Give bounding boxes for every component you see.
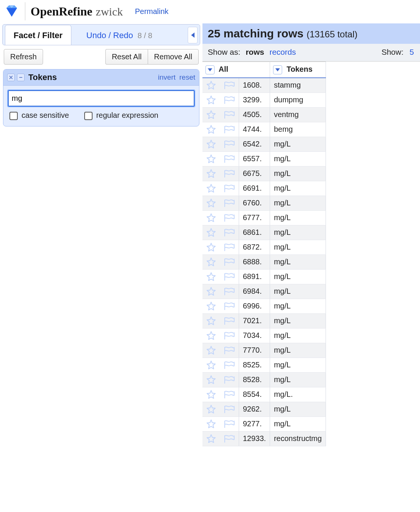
cell-tokens[interactable]: mg/L (270, 240, 326, 254)
star-toggle[interactable] (202, 151, 220, 166)
star-toggle[interactable] (202, 181, 220, 196)
flag-toggle[interactable] (220, 78, 239, 93)
star-toggle[interactable] (202, 372, 220, 387)
cell-tokens[interactable]: mg/L (270, 254, 326, 269)
facet-reset-link[interactable]: reset (179, 73, 195, 82)
star-toggle[interactable] (202, 240, 220, 254)
star-toggle[interactable] (202, 343, 220, 358)
star-toggle[interactable] (202, 196, 220, 210)
flag-toggle[interactable] (220, 416, 239, 431)
flag-toggle[interactable] (220, 166, 239, 181)
cell-tokens[interactable]: dumpmg (270, 93, 326, 107)
cell-tokens[interactable]: mg/L (270, 225, 326, 240)
facet-text-input[interactable] (8, 90, 195, 106)
tab-facet-filter[interactable]: Facet / Filter (5, 25, 71, 45)
star-toggle[interactable] (202, 299, 220, 313)
cell-tokens[interactable]: mg/L (270, 358, 326, 372)
star-toggle[interactable] (202, 431, 220, 446)
star-toggle[interactable] (202, 78, 220, 93)
flag-toggle[interactable] (220, 372, 239, 387)
flag-toggle[interactable] (220, 107, 239, 122)
cell-tokens[interactable]: mg/L (270, 210, 326, 225)
flag-toggle[interactable] (220, 225, 239, 240)
regex-option[interactable]: regular expression (84, 111, 159, 120)
cell-tokens[interactable]: mg/L (270, 151, 326, 166)
facet-close-button[interactable] (7, 74, 15, 81)
permalink-link[interactable]: Permalink (135, 7, 168, 16)
column-header-all[interactable]: All (202, 62, 270, 78)
cell-tokens[interactable]: ventmg (270, 107, 326, 122)
cell-tokens[interactable]: mg/L (270, 343, 326, 358)
cell-tokens[interactable]: mg/L (270, 166, 326, 181)
flag-toggle[interactable] (220, 387, 239, 402)
flag-toggle[interactable] (220, 240, 239, 254)
flag-toggle[interactable] (220, 313, 239, 328)
flag-toggle[interactable] (220, 431, 239, 446)
star-toggle[interactable] (202, 328, 220, 343)
column-header-tokens[interactable]: Tokens (270, 62, 326, 78)
flag-toggle[interactable] (220, 328, 239, 343)
facet-invert-link[interactable]: invert (158, 73, 175, 82)
flag-toggle[interactable] (220, 196, 239, 210)
collapse-left-button[interactable] (188, 27, 198, 43)
star-toggle[interactable] (202, 313, 220, 328)
cell-tokens[interactable]: reconstructmg (270, 431, 326, 446)
cell-tokens[interactable]: mg/L. (270, 387, 326, 402)
cell-tokens[interactable]: mg/L (270, 328, 326, 343)
flag-toggle[interactable] (220, 137, 239, 151)
show-as-records[interactable]: records (269, 48, 296, 57)
flag-toggle[interactable] (220, 358, 239, 372)
minus-icon (19, 75, 23, 80)
flag-toggle[interactable] (220, 269, 239, 284)
cell-tokens[interactable]: mg/L (270, 416, 326, 431)
table-row: 6872.mg/L (202, 240, 326, 254)
star-toggle[interactable] (202, 137, 220, 151)
flag-toggle[interactable] (220, 122, 239, 137)
flag-toggle[interactable] (220, 284, 239, 299)
star-toggle[interactable] (202, 210, 220, 225)
cell-tokens[interactable]: mg/L (270, 137, 326, 151)
flag-toggle[interactable] (220, 299, 239, 313)
star-toggle[interactable] (202, 387, 220, 402)
cell-tokens[interactable]: mg/L (270, 313, 326, 328)
column-menu-all[interactable] (205, 65, 215, 74)
star-toggle[interactable] (202, 402, 220, 416)
star-toggle[interactable] (202, 269, 220, 284)
star-toggle[interactable] (202, 166, 220, 181)
remove-all-button[interactable]: Remove All (148, 49, 199, 65)
cell-tokens[interactable]: mg/L (270, 269, 326, 284)
refresh-button[interactable]: Refresh (4, 49, 43, 65)
cell-tokens[interactable]: mg/L (270, 181, 326, 196)
cell-tokens[interactable]: mg/L (270, 402, 326, 416)
flag-toggle[interactable] (220, 343, 239, 358)
reset-all-button[interactable]: Reset All (105, 49, 148, 65)
svg-marker-19 (207, 243, 215, 251)
star-toggle[interactable] (202, 107, 220, 122)
star-toggle[interactable] (202, 225, 220, 240)
column-menu-tokens[interactable] (273, 65, 282, 74)
flag-toggle[interactable] (220, 93, 239, 107)
cell-tokens[interactable]: bemg (270, 122, 326, 137)
star-toggle[interactable] (202, 254, 220, 269)
show-as-rows[interactable]: rows (246, 48, 264, 57)
cell-tokens[interactable]: stammg (270, 78, 326, 93)
page-size-5[interactable]: 5 (409, 48, 414, 57)
cell-tokens[interactable]: mg/L (270, 372, 326, 387)
cell-tokens[interactable]: mg/L (270, 284, 326, 299)
star-toggle[interactable] (202, 416, 220, 431)
table-row: 6691.mg/L (202, 181, 326, 196)
flag-toggle[interactable] (220, 151, 239, 166)
star-toggle[interactable] (202, 284, 220, 299)
flag-toggle[interactable] (220, 210, 239, 225)
facet-minimize-button[interactable] (17, 74, 25, 81)
star-toggle[interactable] (202, 122, 220, 137)
cell-tokens[interactable]: mg/L (270, 196, 326, 210)
case-sensitive-option[interactable]: case sensitive (9, 111, 69, 120)
flag-toggle[interactable] (220, 254, 239, 269)
star-toggle[interactable] (202, 358, 220, 372)
tab-undo-redo[interactable]: Undo / Redo 8 / 8 (78, 25, 161, 45)
flag-toggle[interactable] (220, 181, 239, 196)
flag-toggle[interactable] (220, 402, 239, 416)
cell-tokens[interactable]: mg/L (270, 299, 326, 313)
star-toggle[interactable] (202, 93, 220, 107)
